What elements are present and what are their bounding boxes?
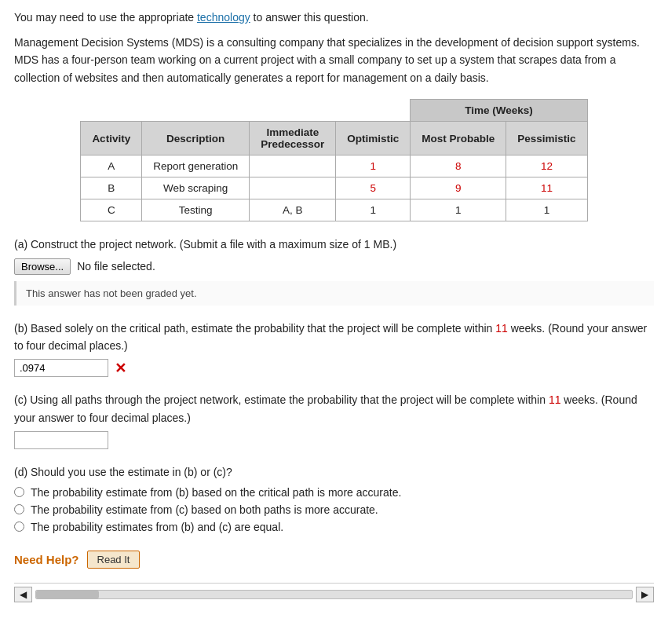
- answer-input-c[interactable]: [14, 431, 108, 449]
- radio-label-d1: The probability estimate from (c) based …: [31, 503, 378, 516]
- cell-predecessor: A, B: [250, 199, 336, 221]
- question-b-text-before: (b) Based solely on the critical path, e…: [14, 322, 495, 335]
- radio-option[interactable]: The probability estimates from (b) and (…: [14, 521, 654, 533]
- radio-input-d1[interactable]: [14, 504, 24, 514]
- cell-pessimistic: 12: [506, 156, 587, 177]
- wrong-mark-b: ✕: [115, 360, 126, 377]
- scrollbar-track[interactable]: [35, 590, 633, 599]
- activity-table-wrapper: Time (Weeks) Activity Description Immedi…: [14, 99, 654, 221]
- cell-predecessor: [250, 156, 336, 177]
- scrollbar-thumb[interactable]: [36, 591, 99, 598]
- radio-group-d: The probability estimate from (b) based …: [14, 486, 654, 533]
- browse-button[interactable]: Browse...: [14, 258, 71, 275]
- question-c-text-before: (c) Using all paths through the project …: [14, 393, 549, 406]
- need-help-section: Need Help? Read It: [14, 551, 654, 569]
- col-optimistic: Optimistic: [336, 122, 411, 156]
- question-b-highlight: 11: [495, 322, 508, 335]
- question-c: (c) Using all paths through the project …: [14, 391, 654, 449]
- intro-text-after-link: to answer this question.: [250, 11, 369, 24]
- cell-optimistic: 1: [336, 199, 411, 221]
- col-pessimistic: Pessimistic: [506, 122, 587, 156]
- question-d: (d) Should you use the estimate in (b) o…: [14, 463, 654, 532]
- cell-activity: A: [81, 156, 142, 177]
- table-row: C Testing A, B 1 1 1: [81, 199, 587, 221]
- col-predecessor: ImmediatePredecessor: [250, 122, 336, 156]
- not-graded-box: This answer has not been graded yet.: [14, 281, 654, 306]
- cell-description: Testing: [142, 199, 250, 221]
- question-c-highlight: 11: [549, 393, 561, 406]
- table-row: A Report generation 1 8 12: [81, 156, 587, 177]
- cell-pessimistic: 11: [506, 177, 587, 199]
- col-description: Description: [142, 122, 250, 156]
- cell-description: Report generation: [142, 156, 250, 177]
- read-it-button[interactable]: Read It: [87, 551, 141, 569]
- radio-option[interactable]: The probability estimate from (b) based …: [14, 486, 654, 499]
- question-a-label: (a) Construct the project network. (Subm…: [14, 236, 654, 253]
- col-most-probable: Most Probable: [411, 122, 506, 156]
- file-input-row: Browse... No file selected.: [14, 258, 654, 275]
- answer-row-b: ✕: [14, 359, 654, 377]
- question-b-label: (b) Based solely on the critical path, e…: [14, 320, 654, 355]
- question-b: (b) Based solely on the critical path, e…: [14, 320, 654, 378]
- scroll-left-arrow[interactable]: ◀: [14, 587, 32, 602]
- answer-input-b[interactable]: [14, 359, 108, 377]
- answer-row-c: [14, 431, 654, 449]
- question-d-label: (d) Should you use the estimate in (b) o…: [14, 463, 654, 481]
- radio-input-d2[interactable]: [14, 521, 24, 532]
- need-help-label: Need Help?: [14, 553, 79, 566]
- radio-option[interactable]: The probability estimate from (c) based …: [14, 503, 654, 516]
- table-row: B Web scraping 5 9 11: [81, 177, 587, 199]
- cell-most-probable: 1: [411, 199, 506, 221]
- radio-label-d2: The probability estimates from (b) and (…: [31, 521, 283, 533]
- radio-label-d0: The probability estimate from (b) based …: [31, 486, 401, 499]
- bottom-scrollbar[interactable]: ◀ ▶: [14, 583, 654, 602]
- technology-link[interactable]: technology: [197, 11, 250, 24]
- activity-table: Time (Weeks) Activity Description Immedi…: [80, 99, 587, 221]
- cell-activity: C: [81, 199, 142, 221]
- col-activity: Activity: [81, 122, 142, 156]
- cell-predecessor: [250, 177, 336, 199]
- cell-optimistic: 5: [336, 177, 411, 199]
- intro-text-before-link: You may need to use the appropriate: [14, 11, 197, 24]
- radio-input-d0[interactable]: [14, 487, 24, 497]
- no-file-label: No file selected.: [77, 260, 155, 273]
- question-a: (a) Construct the project network. (Subm…: [14, 236, 654, 305]
- cell-most-probable: 8: [411, 156, 506, 177]
- question-c-label: (c) Using all paths through the project …: [14, 391, 654, 426]
- time-weeks-header: Time (Weeks): [411, 100, 587, 122]
- cell-pessimistic: 1: [506, 199, 587, 221]
- cell-optimistic: 1: [336, 156, 411, 177]
- intro-line1: You may need to use the appropriate tech…: [14, 9, 654, 26]
- description-text: Management Decision Systems (MDS) is a c…: [14, 34, 654, 86]
- scroll-right-arrow[interactable]: ▶: [636, 587, 654, 602]
- cell-most-probable: 9: [411, 177, 506, 199]
- cell-description: Web scraping: [142, 177, 250, 199]
- cell-activity: B: [81, 177, 142, 199]
